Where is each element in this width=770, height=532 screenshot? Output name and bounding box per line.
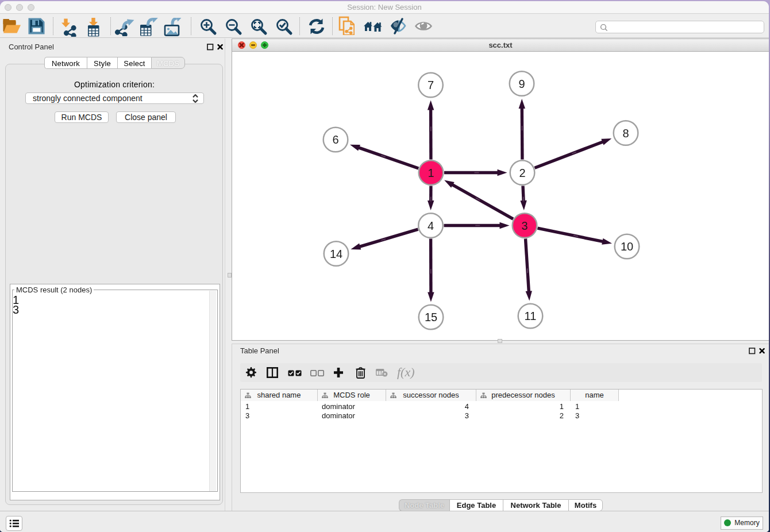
svg-text:2: 2: [519, 167, 525, 179]
svg-text:3: 3: [521, 219, 528, 232]
svg-text:6: 6: [332, 133, 338, 146]
svg-text:4: 4: [428, 219, 434, 232]
svg-text:7: 7: [428, 79, 434, 91]
svg-text:9: 9: [518, 78, 525, 90]
svg-text:1: 1: [428, 167, 434, 179]
svg-text:11: 11: [525, 310, 537, 322]
svg-text:15: 15: [425, 311, 437, 323]
svg-text:10: 10: [621, 240, 633, 253]
svg-text:14: 14: [330, 248, 342, 260]
svg-text:8: 8: [622, 127, 629, 140]
